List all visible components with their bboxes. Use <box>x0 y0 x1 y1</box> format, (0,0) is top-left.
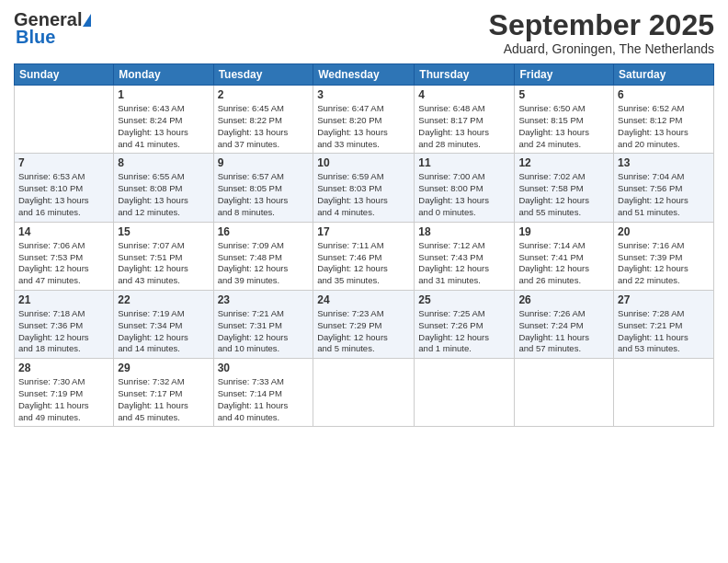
col-header-saturday: Saturday <box>614 64 714 86</box>
day-number: 27 <box>618 293 710 306</box>
page: General Blue September 2025 Aduard, Gron… <box>0 0 728 563</box>
day-number: 19 <box>518 225 609 238</box>
col-header-sunday: Sunday <box>15 64 114 86</box>
day-info: Sunrise: 7:26 AMSunset: 7:24 PMDaylight:… <box>518 308 609 355</box>
calendar-cell: 2Sunrise: 6:45 AMSunset: 8:22 PMDaylight… <box>213 86 313 154</box>
calendar-cell: 14Sunrise: 7:06 AMSunset: 7:53 PMDayligh… <box>15 222 114 290</box>
calendar-cell: 22Sunrise: 7:19 AMSunset: 7:34 PMDayligh… <box>114 290 213 358</box>
logo: General Blue <box>14 9 91 48</box>
calendar-cell: 4Sunrise: 6:48 AMSunset: 8:17 PMDaylight… <box>415 86 515 154</box>
day-info: Sunrise: 7:00 AMSunset: 8:00 PMDaylight:… <box>418 171 510 218</box>
month-title: September 2025 <box>489 9 714 41</box>
day-info: Sunrise: 6:57 AMSunset: 8:05 PMDaylight:… <box>218 171 310 218</box>
day-number: 9 <box>218 156 310 169</box>
day-info: Sunrise: 7:33 AMSunset: 7:14 PMDaylight:… <box>218 376 310 423</box>
day-number: 29 <box>118 362 209 374</box>
calendar-cell: 8Sunrise: 6:55 AMSunset: 8:08 PMDaylight… <box>114 154 213 222</box>
day-info: Sunrise: 7:02 AMSunset: 7:58 PMDaylight:… <box>518 171 609 218</box>
calendar-cell: 21Sunrise: 7:18 AMSunset: 7:36 PMDayligh… <box>15 290 114 358</box>
day-info: Sunrise: 6:52 AMSunset: 8:12 PMDaylight:… <box>618 103 710 150</box>
day-info: Sunrise: 6:55 AMSunset: 8:08 PMDaylight:… <box>118 171 209 218</box>
day-number: 15 <box>118 225 209 238</box>
calendar-cell: 24Sunrise: 7:23 AMSunset: 7:29 PMDayligh… <box>313 290 415 358</box>
day-number: 10 <box>317 156 410 169</box>
calendar-cell: 17Sunrise: 7:11 AMSunset: 7:46 PMDayligh… <box>313 222 415 290</box>
day-info: Sunrise: 6:59 AMSunset: 8:03 PMDaylight:… <box>317 171 410 218</box>
calendar-cell: 30Sunrise: 7:33 AMSunset: 7:14 PMDayligh… <box>213 359 313 427</box>
col-header-monday: Monday <box>114 64 213 86</box>
day-info: Sunrise: 7:28 AMSunset: 7:21 PMDaylight:… <box>618 308 710 355</box>
day-info: Sunrise: 7:25 AMSunset: 7:26 PMDaylight:… <box>418 308 510 355</box>
calendar-cell: 19Sunrise: 7:14 AMSunset: 7:41 PMDayligh… <box>515 222 614 290</box>
day-number: 12 <box>518 156 609 169</box>
day-info: Sunrise: 6:43 AMSunset: 8:24 PMDaylight:… <box>118 103 209 150</box>
calendar-cell: 7Sunrise: 6:53 AMSunset: 8:10 PMDaylight… <box>15 154 114 222</box>
calendar-week-row: 14Sunrise: 7:06 AMSunset: 7:53 PMDayligh… <box>15 222 714 290</box>
calendar-cell: 27Sunrise: 7:28 AMSunset: 7:21 PMDayligh… <box>614 290 714 358</box>
calendar-cell: 6Sunrise: 6:52 AMSunset: 8:12 PMDaylight… <box>614 86 714 154</box>
day-info: Sunrise: 7:19 AMSunset: 7:34 PMDaylight:… <box>118 308 209 355</box>
day-info: Sunrise: 7:06 AMSunset: 7:53 PMDaylight:… <box>18 240 109 287</box>
calendar-cell: 25Sunrise: 7:25 AMSunset: 7:26 PMDayligh… <box>415 290 515 358</box>
col-header-tuesday: Tuesday <box>213 64 313 86</box>
day-number: 17 <box>317 225 410 238</box>
day-info: Sunrise: 6:50 AMSunset: 8:15 PMDaylight:… <box>518 103 609 150</box>
calendar-cell <box>313 359 415 427</box>
day-number: 13 <box>618 156 710 169</box>
day-info: Sunrise: 7:21 AMSunset: 7:31 PMDaylight:… <box>218 308 310 355</box>
logo-triangle-icon <box>83 14 91 27</box>
day-number: 14 <box>18 225 109 238</box>
calendar-cell: 20Sunrise: 7:16 AMSunset: 7:39 PMDayligh… <box>614 222 714 290</box>
calendar-week-row: 28Sunrise: 7:30 AMSunset: 7:19 PMDayligh… <box>15 359 714 427</box>
calendar-cell: 12Sunrise: 7:02 AMSunset: 7:58 PMDayligh… <box>515 154 614 222</box>
col-header-friday: Friday <box>515 64 614 86</box>
day-number: 2 <box>218 88 310 101</box>
day-info: Sunrise: 7:07 AMSunset: 7:51 PMDaylight:… <box>118 240 209 287</box>
col-header-thursday: Thursday <box>415 64 515 86</box>
day-info: Sunrise: 7:18 AMSunset: 7:36 PMDaylight:… <box>18 308 109 355</box>
calendar-week-row: 1Sunrise: 6:43 AMSunset: 8:24 PMDaylight… <box>15 86 714 154</box>
calendar-cell: 3Sunrise: 6:47 AMSunset: 8:20 PMDaylight… <box>313 86 415 154</box>
day-info: Sunrise: 7:12 AMSunset: 7:43 PMDaylight:… <box>418 240 510 287</box>
day-info: Sunrise: 7:04 AMSunset: 7:56 PMDaylight:… <box>618 171 710 218</box>
header: General Blue September 2025 Aduard, Gron… <box>14 9 714 56</box>
day-number: 4 <box>418 88 510 101</box>
calendar-cell: 26Sunrise: 7:26 AMSunset: 7:24 PMDayligh… <box>515 290 614 358</box>
day-number: 16 <box>218 225 310 238</box>
calendar-cell: 5Sunrise: 6:50 AMSunset: 8:15 PMDaylight… <box>515 86 614 154</box>
day-info: Sunrise: 7:16 AMSunset: 7:39 PMDaylight:… <box>618 240 710 287</box>
calendar-cell: 28Sunrise: 7:30 AMSunset: 7:19 PMDayligh… <box>15 359 114 427</box>
day-number: 26 <box>518 293 609 306</box>
calendar-cell: 16Sunrise: 7:09 AMSunset: 7:48 PMDayligh… <box>213 222 313 290</box>
day-info: Sunrise: 7:09 AMSunset: 7:48 PMDaylight:… <box>218 240 310 287</box>
calendar-cell <box>515 359 614 427</box>
day-number: 1 <box>118 88 209 101</box>
day-info: Sunrise: 7:32 AMSunset: 7:17 PMDaylight:… <box>118 376 209 423</box>
calendar-cell: 15Sunrise: 7:07 AMSunset: 7:51 PMDayligh… <box>114 222 213 290</box>
day-number: 18 <box>418 225 510 238</box>
col-header-wednesday: Wednesday <box>313 64 415 86</box>
day-number: 11 <box>418 156 510 169</box>
day-number: 22 <box>118 293 209 306</box>
calendar-cell: 13Sunrise: 7:04 AMSunset: 7:56 PMDayligh… <box>614 154 714 222</box>
calendar-week-row: 7Sunrise: 6:53 AMSunset: 8:10 PMDaylight… <box>15 154 714 222</box>
calendar-cell <box>614 359 714 427</box>
calendar-header-row: SundayMondayTuesdayWednesdayThursdayFrid… <box>15 64 714 86</box>
location: Aduard, Groningen, The Netherlands <box>489 41 714 56</box>
calendar-cell: 18Sunrise: 7:12 AMSunset: 7:43 PMDayligh… <box>415 222 515 290</box>
day-info: Sunrise: 7:23 AMSunset: 7:29 PMDaylight:… <box>317 308 410 355</box>
logo-blue-text: Blue <box>16 27 55 48</box>
calendar: SundayMondayTuesdayWednesdayThursdayFrid… <box>14 63 714 427</box>
day-number: 5 <box>518 88 609 101</box>
day-info: Sunrise: 7:11 AMSunset: 7:46 PMDaylight:… <box>317 240 410 287</box>
calendar-cell: 11Sunrise: 7:00 AMSunset: 8:00 PMDayligh… <box>415 154 515 222</box>
calendar-cell: 1Sunrise: 6:43 AMSunset: 8:24 PMDaylight… <box>114 86 213 154</box>
day-number: 21 <box>18 293 109 306</box>
title-block: September 2025 Aduard, Groningen, The Ne… <box>489 9 714 56</box>
day-info: Sunrise: 6:45 AMSunset: 8:22 PMDaylight:… <box>218 103 310 150</box>
day-number: 6 <box>618 88 710 101</box>
calendar-cell: 9Sunrise: 6:57 AMSunset: 8:05 PMDaylight… <box>213 154 313 222</box>
calendar-cell: 29Sunrise: 7:32 AMSunset: 7:17 PMDayligh… <box>114 359 213 427</box>
day-number: 25 <box>418 293 510 306</box>
calendar-week-row: 21Sunrise: 7:18 AMSunset: 7:36 PMDayligh… <box>15 290 714 358</box>
